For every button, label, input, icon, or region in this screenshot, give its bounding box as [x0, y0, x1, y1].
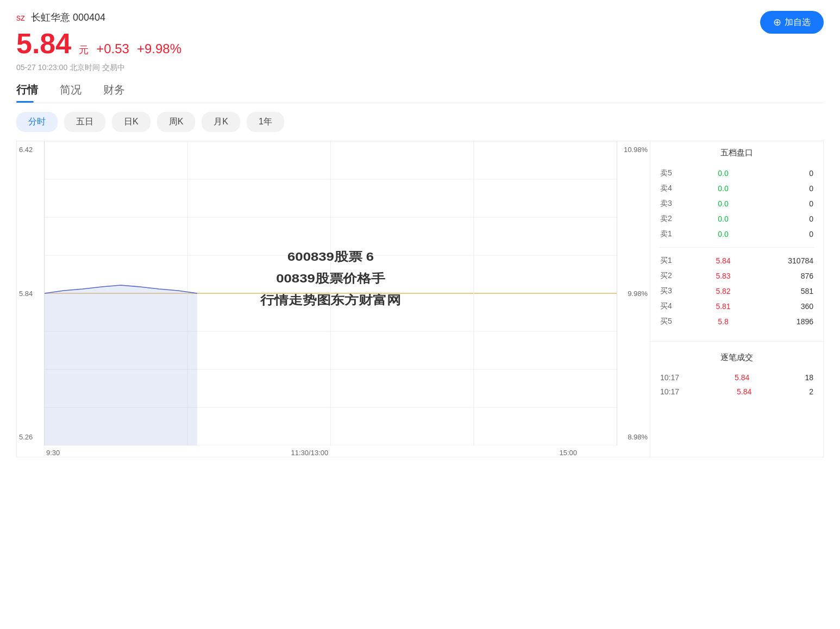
period-btn-dayk[interactable]: 日K — [112, 112, 151, 132]
stock-info: sz 长虹华意 000404 5.84 元 +0.53 +9.98% 05-27… — [16, 11, 181, 73]
stock-name: 长虹华意 — [31, 12, 70, 23]
buy3-row: 买3 5.82 581 — [660, 284, 813, 299]
buy4-row: 买4 5.81 360 — [660, 299, 813, 314]
trades-table: 10:17 5.84 18 10:17 5.84 2 — [659, 369, 814, 400]
stock-code: 000404 — [73, 12, 105, 23]
sell4-price: 0.0 — [701, 184, 745, 193]
y-label-mid: 5.84 — [19, 290, 42, 298]
main-container: sz 长虹华意 000404 5.84 元 +0.53 +9.98% 05-27… — [0, 0, 840, 629]
x-label-start: 9:30 — [46, 449, 60, 457]
sell5-label: 卖5 — [660, 168, 676, 178]
buy5-row: 买5 5.8 1896 — [660, 314, 813, 329]
sell3-row: 卖3 0.0 0 — [660, 196, 813, 211]
svg-text:00839股票价格手: 00839股票价格手 — [276, 272, 386, 285]
trade2-vol: 2 — [809, 387, 813, 396]
trade1-price: 5.84 — [735, 373, 749, 382]
trades-section: 逐笔成交 10:17 5.84 18 10:17 5.84 2 — [650, 346, 823, 406]
sell1-row: 卖1 0.0 0 — [660, 227, 813, 242]
pct-bottom: 8.98% — [614, 433, 648, 441]
sell5-vol: 0 — [770, 169, 813, 178]
main-area: 6.42 5.84 5.26 — [16, 141, 824, 457]
panel-divider — [650, 341, 823, 342]
buy1-label: 买1 — [660, 256, 676, 266]
period-buttons: 分时 五日 日K 周K 月K 1年 — [16, 112, 824, 132]
x-label-end: 15:00 — [559, 449, 577, 457]
buy3-price: 5.82 — [701, 287, 745, 295]
datetime: 05-27 10:23:00 — [16, 63, 67, 72]
svg-text:行情走势图东方财富网: 行情走势图东方财富网 — [260, 293, 400, 307]
price-change: +0.53 — [96, 41, 129, 56]
buy5-vol: 1896 — [770, 317, 813, 326]
buy4-price: 5.81 — [701, 302, 745, 311]
trade-row-1: 10:17 5.84 18 — [660, 370, 813, 385]
period-btn-monthk[interactable]: 月K — [202, 112, 240, 132]
buy3-label: 买3 — [660, 286, 676, 296]
chart-y-labels-right: 10.98% 9.98% 8.98% — [612, 141, 650, 445]
period-btn-1year[interactable]: 1年 — [247, 112, 284, 132]
trade1-time: 10:17 — [660, 373, 679, 382]
buy5-price: 5.8 — [701, 317, 745, 326]
chart-svg: 600839股票 6 00839股票价格手 行情走势图东方财富网 — [45, 141, 617, 445]
sell2-row: 卖2 0.0 0 — [660, 211, 813, 227]
header: sz 长虹华意 000404 5.84 元 +0.53 +9.98% 05-27… — [16, 11, 824, 73]
buy2-row: 买2 5.83 876 — [660, 268, 813, 284]
time-label: 北京时间 — [70, 63, 100, 72]
trade1-vol: 18 — [805, 373, 813, 382]
sell1-vol: 0 — [770, 230, 813, 238]
buy-book-table: 买1 5.84 310784 买2 5.83 876 买3 5.82 5 — [659, 252, 814, 330]
chart-y-labels-left: 6.42 5.84 5.26 — [17, 141, 44, 445]
x-label-mid1: 11:30/13:00 — [291, 449, 329, 457]
price-pct: +9.98% — [137, 41, 181, 56]
sell3-label: 卖3 — [660, 199, 676, 209]
nav-tabs: 行情 简况 财务 — [16, 83, 824, 102]
buy1-price: 5.84 — [701, 256, 745, 265]
trade-row-2: 10:17 5.84 2 — [660, 385, 813, 399]
period-btn-weekk[interactable]: 周K — [157, 112, 196, 132]
pct-mid: 9.98% — [614, 290, 648, 298]
chart-area: 6.42 5.84 5.26 — [16, 141, 650, 457]
buy2-vol: 876 — [770, 272, 813, 280]
buy1-vol: 310784 — [770, 256, 813, 265]
orderbook-divider — [659, 247, 814, 248]
plus-circle-icon: ⊕ — [773, 16, 781, 28]
stock-title: sz 长虹华意 000404 — [16, 11, 181, 24]
order-book-title: 五档盘口 — [659, 148, 814, 158]
period-btn-5day[interactable]: 五日 — [64, 112, 105, 132]
sell1-price: 0.0 — [701, 230, 745, 238]
buy3-vol: 581 — [770, 287, 813, 295]
chart-x-axis: 9:30 11:30/13:00 15:00 — [44, 445, 617, 457]
current-price: 5.84 — [16, 27, 71, 60]
period-btn-fenshi[interactable]: 分时 — [16, 112, 58, 132]
price-row: 5.84 元 +0.53 +9.98% — [16, 27, 181, 60]
buy2-price: 5.83 — [701, 272, 745, 280]
buy1-row: 买1 5.84 310784 — [660, 253, 813, 268]
chart-canvas: 600839股票 6 00839股票价格手 行情走势图东方财富网 — [44, 141, 617, 445]
svg-text:600839股票 6: 600839股票 6 — [287, 250, 374, 263]
tab-overview[interactable]: 简况 — [60, 83, 82, 102]
nav-divider — [16, 103, 824, 103]
add-watchlist-button[interactable]: ⊕ 加自选 — [760, 11, 824, 34]
market-label: sz — [16, 13, 25, 22]
order-book-table: 卖5 0.0 0 卖4 0.0 0 卖3 0.0 0 — [659, 165, 814, 243]
time-row: 05-27 10:23:00 北京时间 交易中 — [16, 63, 181, 73]
right-panel: 五档盘口 卖5 0.0 0 卖4 0.0 0 — [650, 141, 824, 457]
sell1-label: 卖1 — [660, 229, 676, 239]
sell2-label: 卖2 — [660, 214, 676, 224]
buy5-label: 买5 — [660, 317, 676, 326]
add-btn-label: 加自选 — [785, 17, 811, 28]
sell3-vol: 0 — [770, 199, 813, 208]
tab-finance[interactable]: 财务 — [103, 83, 125, 102]
trade2-time: 10:17 — [660, 387, 679, 396]
sell2-price: 0.0 — [701, 215, 745, 223]
sell5-price: 0.0 — [701, 169, 745, 178]
buy2-label: 买2 — [660, 271, 676, 281]
tab-market[interactable]: 行情 — [16, 83, 38, 102]
y-label-bottom: 5.26 — [19, 433, 42, 441]
sell4-vol: 0 — [770, 184, 813, 193]
sell2-vol: 0 — [770, 215, 813, 223]
sell4-row: 卖4 0.0 0 — [660, 181, 813, 196]
buy4-label: 买4 — [660, 301, 676, 311]
trades-title: 逐笔成交 — [659, 353, 814, 363]
buy4-vol: 360 — [770, 302, 813, 311]
trade2-price: 5.84 — [737, 387, 751, 396]
